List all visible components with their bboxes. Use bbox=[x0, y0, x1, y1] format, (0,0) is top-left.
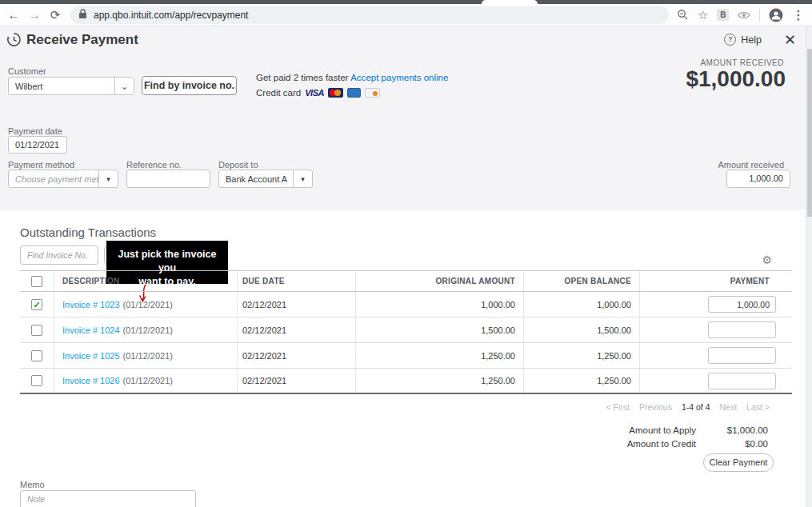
help-button[interactable]: ? Help bbox=[724, 34, 762, 46]
table-row: Invoice # 1026(01/12/2021) 02/12/2021 1,… bbox=[20, 369, 792, 394]
scrollbar-thumb[interactable] bbox=[807, 49, 812, 217]
get-paid-text: Get paid 2 times faster Accept payments … bbox=[256, 73, 448, 82]
amount-received-field-label: Amount received bbox=[718, 160, 784, 170]
row-checkbox[interactable] bbox=[31, 350, 42, 361]
col-due-date: DUE DATE bbox=[238, 271, 356, 291]
help-label: Help bbox=[741, 34, 762, 46]
find-by-invoice-button[interactable]: Find by invoice no. bbox=[142, 76, 237, 95]
table-header-row: DESCRIPTION DUE DATE ORIGINAL AMOUNT OPE… bbox=[20, 270, 792, 292]
invoice-link[interactable]: Invoice # 1025 bbox=[62, 351, 120, 361]
amex-icon bbox=[347, 88, 361, 98]
pagination: < First Previous 1-4 of 4 Next Last > bbox=[606, 402, 770, 412]
transactions-table: DESCRIPTION DUE DATE ORIGINAL AMOUNT OPE… bbox=[20, 270, 792, 394]
address-bar[interactable]: app.qbo.intuit.com/app/recvpayment bbox=[70, 6, 669, 24]
history-clock-icon[interactable] bbox=[6, 32, 22, 50]
chevron-down-icon[interactable]: ⌄ bbox=[114, 78, 134, 94]
invoice-link[interactable]: Invoice # 1023 bbox=[62, 300, 120, 309]
find-invoice-input[interactable]: Find Invoice No. bbox=[20, 246, 98, 265]
amount-to-apply-row: Amount to Apply $1,000.00 bbox=[600, 425, 768, 435]
row-checkbox[interactable] bbox=[31, 375, 42, 386]
reload-icon[interactable]: ⟳ bbox=[45, 8, 66, 22]
toolbar-divider bbox=[759, 9, 760, 22]
table-row: ✓ Invoice # 1023(01/12/2021) 02/12/2021 … bbox=[20, 292, 792, 317]
amount-received-banner-value: $1,000.00 bbox=[686, 66, 786, 92]
clear-payment-button[interactable]: Clear Payment bbox=[703, 453, 774, 472]
memo-input[interactable]: Note bbox=[20, 490, 196, 507]
payment-date-label: Payment date bbox=[8, 126, 62, 136]
amount-to-credit-row: Amount to Credit $0.00 bbox=[600, 439, 768, 449]
customer-dropdown[interactable]: Wilbert ⌄ bbox=[8, 77, 134, 95]
customer-label: Customer bbox=[8, 66, 46, 76]
invoice-link[interactable]: Invoice # 1026 bbox=[62, 376, 120, 385]
pagination-first[interactable]: < First bbox=[606, 402, 630, 412]
payment-method-placeholder: Choose payment method bbox=[9, 170, 98, 187]
back-icon[interactable]: ← bbox=[3, 8, 24, 22]
payment-amount-input[interactable] bbox=[708, 296, 776, 313]
select-all-checkbox[interactable] bbox=[31, 276, 42, 287]
amount-to-apply-value: $1,000.00 bbox=[696, 425, 768, 435]
discover-icon bbox=[365, 88, 380, 98]
url-text: app.qbo.intuit.com/app/recvpayment bbox=[94, 10, 248, 21]
form-section: Receive Payment ? Help ✕ Customer Wilber… bbox=[0, 26, 806, 210]
receive-payment-page: Receive Payment ? Help ✕ Customer Wilber… bbox=[0, 26, 806, 507]
amount-to-apply-label: Amount to Apply bbox=[600, 425, 696, 435]
reference-no-label: Reference no. bbox=[126, 160, 182, 170]
browser-toolbar: ← → ⟳ app.qbo.intuit.com/app/recvpayment… bbox=[0, 4, 812, 26]
gear-icon[interactable]: ⚙ bbox=[762, 254, 772, 266]
outstanding-transactions-title: Outstanding Transactions bbox=[20, 226, 156, 239]
col-open-balance: OPEN BALANCE bbox=[524, 271, 640, 291]
payment-method-label: Payment method bbox=[8, 160, 74, 170]
profile-avatar-icon[interactable] bbox=[769, 8, 783, 22]
pagination-next[interactable]: Next bbox=[720, 402, 738, 412]
credit-card-row: Credit card VISA bbox=[256, 88, 380, 98]
amount-to-credit-value: $0.00 bbox=[696, 439, 768, 449]
payment-method-dropdown[interactable]: Choose payment method ▾ bbox=[8, 170, 118, 188]
table-row: Invoice # 1024(01/12/2021) 02/12/2021 1,… bbox=[20, 317, 792, 343]
payment-amount-input[interactable] bbox=[708, 347, 776, 364]
deposit-to-value: Bank Account A bbox=[219, 170, 293, 187]
row-checkbox[interactable] bbox=[31, 325, 42, 336]
col-description: DESCRIPTION bbox=[54, 271, 238, 291]
eye-icon[interactable] bbox=[738, 10, 750, 20]
dropdown-arrow-icon[interactable]: ▾ bbox=[98, 170, 118, 187]
help-icon: ? bbox=[724, 34, 736, 46]
deposit-to-label: Deposit to bbox=[218, 160, 258, 170]
table-row: Invoice # 1025(01/12/2021) 02/12/2021 1,… bbox=[20, 343, 792, 369]
pagination-previous[interactable]: Previous bbox=[639, 402, 672, 412]
browser-menu-icon[interactable]: ⋮ bbox=[792, 8, 804, 22]
payment-date-field[interactable]: 01/12/2021 bbox=[8, 136, 67, 154]
customer-value: Wilbert bbox=[9, 78, 114, 94]
toolbar-actions: ☆ B ⋮ bbox=[677, 8, 804, 22]
visa-icon: VISA bbox=[305, 88, 324, 98]
receive-payment-screen: ← → ⟳ app.qbo.intuit.com/app/recvpayment… bbox=[0, 0, 812, 507]
mastercard-icon bbox=[328, 88, 343, 98]
page-title: Receive Payment bbox=[26, 32, 138, 48]
payment-amount-input[interactable] bbox=[708, 373, 776, 389]
extension-icon[interactable]: B bbox=[717, 9, 729, 21]
memo-label: Memo bbox=[20, 480, 45, 489]
close-icon[interactable]: ✕ bbox=[784, 31, 796, 49]
pagination-last[interactable]: Last > bbox=[746, 402, 770, 412]
reference-no-field[interactable] bbox=[126, 170, 210, 188]
amount-received-field[interactable]: 1,000.00 bbox=[726, 170, 790, 188]
dropdown-arrow-icon[interactable]: ▾ bbox=[293, 170, 312, 187]
row-checkbox-checked[interactable]: ✓ bbox=[31, 299, 42, 310]
deposit-to-dropdown[interactable]: Bank Account A ▾ bbox=[218, 170, 313, 188]
zoom-icon[interactable] bbox=[677, 9, 689, 21]
accept-payments-link[interactable]: Accept payments online bbox=[350, 73, 448, 82]
page-scrollbar[interactable] bbox=[806, 26, 812, 507]
lock-icon bbox=[78, 8, 87, 22]
forward-icon[interactable]: → bbox=[24, 8, 45, 22]
credit-card-label: Credit card bbox=[256, 88, 301, 98]
pagination-range: 1-4 of 4 bbox=[682, 402, 710, 412]
invoice-link[interactable]: Invoice # 1024 bbox=[62, 325, 120, 335]
payment-amount-input[interactable] bbox=[708, 321, 776, 338]
col-original-amount: ORIGINAL AMOUNT bbox=[356, 271, 524, 291]
amount-to-credit-label: Amount to Credit bbox=[600, 439, 696, 449]
bookmark-star-icon[interactable]: ☆ bbox=[698, 8, 708, 22]
col-payment: PAYMENT bbox=[640, 271, 792, 291]
